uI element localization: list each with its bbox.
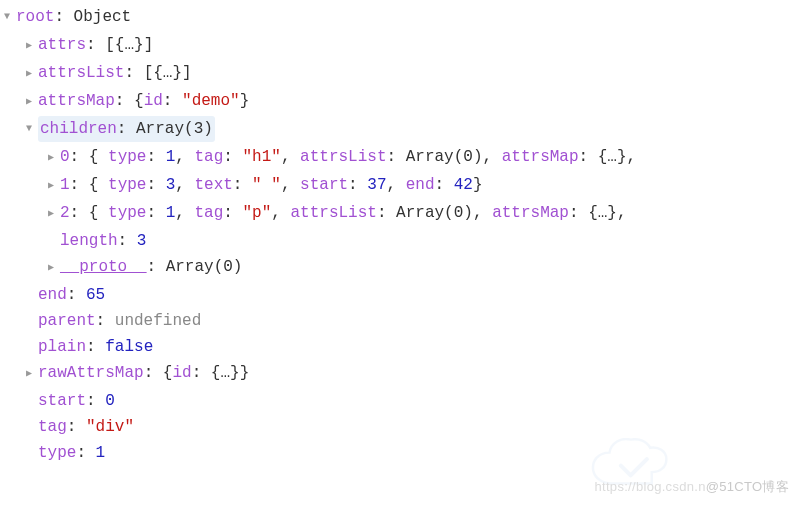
row-attrsList[interactable]: attrsList: [{…}] [22, 60, 801, 88]
k: tag [194, 148, 223, 166]
k: attrsMap [502, 148, 579, 166]
k: type [108, 204, 146, 222]
row-children[interactable]: children: Array(3) [22, 116, 801, 144]
disclosure-right-icon[interactable] [26, 360, 38, 388]
disclosure-right-icon[interactable] [26, 60, 38, 88]
v: 42 [454, 176, 473, 194]
v: Array(0) [406, 148, 483, 166]
val-children: Array(3) [136, 120, 213, 138]
key-attrsMap: attrsMap [38, 92, 115, 110]
key-idx1: 1 [60, 176, 70, 194]
row-child-2[interactable]: 2: { type: 1, tag: "p", attrsList: Array… [44, 200, 801, 228]
val-parent: undefined [115, 312, 201, 330]
key-end: end [38, 286, 67, 304]
k: start [300, 176, 348, 194]
v: {…}, [588, 204, 626, 222]
row-type: type: 1 [22, 440, 801, 466]
row-plain: plain: false [22, 334, 801, 360]
val-root: Object [74, 8, 132, 26]
row-rawAttrsMap[interactable]: rawAttrsMap: {id: {…}} [22, 360, 801, 388]
row-child-1[interactable]: 1: { type: 3, text: " ", start: 37, end:… [44, 172, 801, 200]
key-start: start [38, 392, 86, 410]
val-length: 3 [137, 232, 147, 250]
v: 3 [166, 176, 176, 194]
val-start: 0 [105, 392, 115, 410]
k: attrsList [300, 148, 386, 166]
key-length: length [60, 232, 118, 250]
disclosure-down-icon[interactable] [26, 116, 38, 144]
row-attrs[interactable]: attrs: [{…}] [22, 32, 801, 60]
val-proto: Array(0) [166, 258, 243, 276]
v: "h1" [242, 148, 280, 166]
key-attrsMap-id: id [144, 92, 163, 110]
row-start: start: 0 [22, 388, 801, 414]
val-plain: false [105, 338, 153, 356]
disclosure-right-icon[interactable] [48, 172, 60, 200]
val-attrs: [{…}] [105, 36, 153, 54]
val-end: 65 [86, 286, 105, 304]
key-root: root [16, 8, 54, 26]
row-tag: tag: "div" [22, 414, 801, 440]
k: text [194, 176, 232, 194]
key-idx0: 0 [60, 148, 70, 166]
key-type: type [38, 444, 76, 462]
key-plain: plain [38, 338, 86, 356]
row-root[interactable]: root: Object [0, 4, 801, 32]
row-end: end: 65 [22, 282, 801, 308]
k: attrsMap [492, 204, 569, 222]
v: 1 [166, 148, 176, 166]
watermark-text: https://blog.csdn.n@51CTO博客 [595, 474, 789, 500]
val-tag: "div" [86, 418, 134, 436]
row-child-0[interactable]: 0: { type: 1, tag: "h1", attrsList: Arra… [44, 144, 801, 172]
val-attrsMap-id: "demo" [182, 92, 240, 110]
row-children-proto[interactable]: __proto__: Array(0) [44, 254, 801, 282]
disclosure-right-icon[interactable] [48, 254, 60, 282]
disclosure-right-icon[interactable] [26, 32, 38, 60]
row-parent: parent: undefined [22, 308, 801, 334]
watermark-right: @51CTO博客 [706, 479, 789, 494]
key-rawAttrsMap-id: id [172, 364, 191, 382]
key-proto: __proto__ [60, 258, 146, 276]
row-children-length: length: 3 [44, 228, 801, 254]
object-tree: root: Object attrs: [{…}] attrsList: [{…… [0, 0, 801, 466]
v: {…}, [598, 148, 636, 166]
v: Array(0) [396, 204, 473, 222]
row-attrsMap[interactable]: attrsMap: {id: "demo"} [22, 88, 801, 116]
key-tag: tag [38, 418, 67, 436]
v: 1 [166, 204, 176, 222]
v: "p" [242, 204, 271, 222]
k: attrsList [290, 204, 376, 222]
key-idx2: 2 [60, 204, 70, 222]
watermark-left: https://blog.csdn.n [595, 479, 706, 494]
k: end [406, 176, 435, 194]
val-attrsList: [{…}] [144, 64, 192, 82]
val-rawAttrsMap-id: {…} [211, 364, 240, 382]
key-attrsList: attrsList [38, 64, 124, 82]
disclosure-down-icon[interactable] [4, 4, 16, 32]
key-attrs: attrs [38, 36, 86, 54]
disclosure-right-icon[interactable] [48, 144, 60, 172]
disclosure-right-icon[interactable] [48, 200, 60, 228]
disclosure-right-icon[interactable] [26, 88, 38, 116]
key-children: children [40, 120, 117, 138]
key-rawAttrsMap: rawAttrsMap [38, 364, 144, 382]
v: " " [252, 176, 281, 194]
val-type: 1 [96, 444, 106, 462]
key-parent: parent [38, 312, 96, 330]
k: type [108, 148, 146, 166]
v: 37 [367, 176, 386, 194]
k: type [108, 176, 146, 194]
k: tag [194, 204, 223, 222]
